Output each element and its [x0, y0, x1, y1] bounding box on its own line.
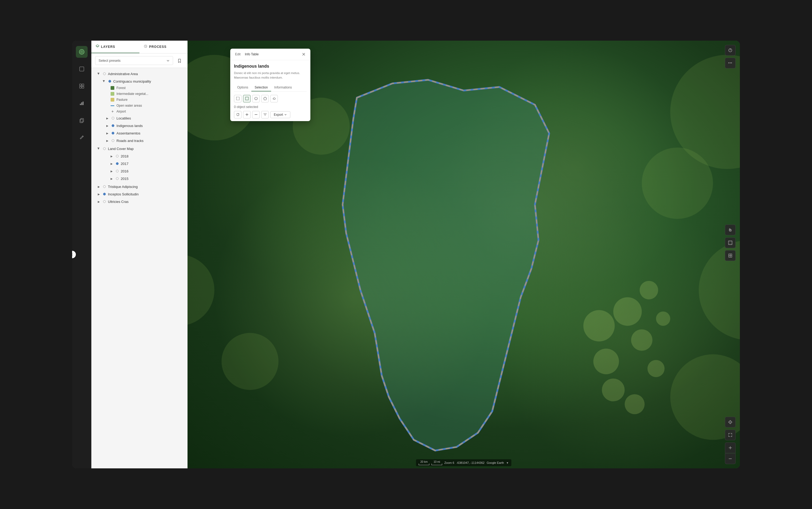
add-button[interactable] — [243, 111, 251, 118]
sidebar-icon-edit[interactable] — [76, 132, 87, 143]
export-row: Export — [234, 111, 307, 118]
chevron-down-icon — [167, 59, 170, 62]
app-container: LAYERS PROCESS Select presets — [72, 41, 740, 468]
svg-point-25 — [648, 360, 665, 377]
svg-point-2 — [81, 51, 82, 53]
sidebar-icon-grid[interactable] — [76, 80, 87, 92]
popup-tab-info-table[interactable]: Info Table — [244, 52, 260, 57]
legend-open-water: Open water areas — [97, 103, 187, 108]
tree-item-landcover[interactable]: ▶ Land Cover Map — [91, 145, 187, 152]
tree-item-admin-area[interactable]: ▶ Administrative Area — [91, 70, 187, 77]
export-button-label: Export — [274, 113, 283, 116]
select-rect-tool[interactable] — [234, 95, 242, 102]
svg-rect-4 — [80, 84, 81, 86]
legend-label-pasture: Pasture — [116, 98, 127, 102]
refresh-button[interactable] — [234, 111, 242, 118]
power-button[interactable] — [725, 45, 736, 56]
popup-tab-edit[interactable]: Edit — [234, 52, 242, 57]
sidebar-icon-map[interactable] — [76, 63, 87, 75]
chevron-localilies: ▶ — [105, 116, 110, 120]
select-freehand-tool[interactable] — [270, 95, 278, 102]
select-circle-tool[interactable] — [252, 95, 260, 102]
tree-item-2015[interactable]: ▶ 2015 — [97, 175, 187, 182]
measure-tool-button[interactable] — [725, 237, 736, 248]
dot-ultricies — [103, 200, 106, 203]
chevron-2017: ▶ — [110, 162, 114, 166]
popup-section-options[interactable]: Options — [234, 84, 251, 92]
popup-close-button[interactable] — [301, 51, 307, 57]
popup: Edit Info Table Indigenous lands Donec i… — [230, 49, 310, 121]
fullscreen-button[interactable] — [725, 430, 736, 440]
tree-children-landcover: ▶ 2018 ▶ 2017 ▶ 2016 ▶ — [91, 152, 187, 182]
tab-layers[interactable]: LAYERS — [91, 41, 140, 53]
legend-label-water: Open water areas — [116, 104, 142, 107]
svg-point-22 — [613, 297, 642, 326]
select-polygon-tool[interactable] — [261, 95, 269, 102]
tree-item-assentamentos[interactable]: ▶ Assentamentos — [97, 129, 187, 137]
svg-rect-32 — [246, 97, 248, 100]
svg-point-23 — [631, 329, 653, 351]
layers-content: ▶ Administrative Area ▶ Contriguacu muni… — [91, 68, 187, 468]
chevron-roads: ▶ — [105, 138, 110, 143]
sidebar-icon-chart[interactable] — [76, 97, 87, 109]
chevron-indigenous: ▶ — [105, 124, 110, 128]
svg-rect-12 — [80, 119, 83, 123]
remove-button[interactable] — [252, 111, 260, 118]
sidebar-icon-copy[interactable] — [76, 114, 87, 126]
more-options-button[interactable]: ••• — [725, 58, 736, 68]
tree-group-admin: ▶ Administrative Area ▶ Contriguacu muni… — [91, 70, 187, 144]
bookmark-button[interactable] — [175, 57, 184, 65]
svg-rect-8 — [80, 104, 81, 105]
export-button[interactable]: Export — [270, 111, 290, 118]
popup-section-selection[interactable]: Selection — [251, 84, 271, 92]
light-veg-spots — [583, 281, 670, 414]
tab-process[interactable]: PROCESS — [140, 41, 187, 53]
dot-localilies — [112, 117, 114, 120]
scale-bar-km: 20 km — [418, 460, 429, 465]
legend-forest: Forest — [97, 85, 187, 91]
tree-item-indigenous[interactable]: ▶ Indigenous lands — [97, 122, 187, 129]
provider-dropdown-icon[interactable]: ▼ — [506, 462, 509, 464]
label-indigenous: Indigenous lands — [116, 124, 143, 128]
zoom-in-button[interactable] — [725, 442, 736, 453]
legend-color-pasture — [111, 98, 114, 102]
sidebar-icon-layers[interactable] — [76, 46, 87, 58]
legend-intermediate: Intermediate vegetat... — [97, 91, 187, 97]
tree-item-2018[interactable]: ▶ 2018 — [97, 152, 187, 160]
popup-section-informations[interactable]: Informations — [271, 84, 295, 92]
svg-point-26 — [602, 378, 625, 401]
locate-button[interactable] — [725, 417, 736, 428]
preset-select[interactable]: Select presets — [95, 56, 173, 65]
grid-tool-button[interactable] — [725, 250, 736, 261]
tree-item-2016[interactable]: ▶ 2016 — [97, 167, 187, 175]
dot-contriguacu — [108, 80, 111, 82]
popup-header: Edit Info Table — [230, 49, 310, 60]
svg-point-17 — [642, 147, 713, 219]
legend-color-intermediate — [111, 92, 114, 96]
map-area[interactable]: Edit Info Table Indigenous lands Donec i… — [187, 41, 740, 468]
tree-item-2017[interactable]: ▶ 2017 — [97, 160, 187, 167]
tree-item-tristique[interactable]: ▶ Tristique Adipiscing — [91, 183, 187, 190]
select-square-tool[interactable] — [243, 95, 251, 102]
export-chevron-icon — [284, 113, 287, 116]
provider-label: Google Earth — [487, 461, 504, 464]
layers-toolbar: Select presets — [91, 54, 187, 68]
tab-layers-label: LAYERS — [101, 45, 115, 49]
svg-point-27 — [625, 394, 645, 414]
tree-item-roads[interactable]: ▶ Roads and tracks — [97, 137, 187, 144]
popup-description: Donec id elit non mi porta gravida at eg… — [234, 71, 307, 80]
tree-item-ultricies[interactable]: ▶ Ultricies Cras — [91, 198, 187, 205]
tree-item-localilies[interactable]: ▶ Locatilies — [97, 114, 187, 122]
tree-item-inceptos[interactable]: ▶ Inceptos Sollicitudin — [91, 190, 187, 198]
svg-rect-9 — [81, 102, 82, 105]
label-localilies: Locatilies — [116, 116, 131, 120]
svg-rect-5 — [82, 84, 84, 86]
tree-item-contriguacu[interactable]: ▶ Contriguacu municipality — [97, 77, 187, 85]
selection-count: 0 object selected — [234, 105, 307, 109]
filter-button[interactable] — [261, 111, 269, 118]
dot-2015 — [116, 177, 119, 180]
zoom-out-button[interactable] — [725, 453, 736, 464]
svg-point-24 — [593, 349, 619, 374]
chevron-landcover: ▶ — [97, 146, 101, 151]
hand-tool-button[interactable] — [725, 225, 736, 235]
